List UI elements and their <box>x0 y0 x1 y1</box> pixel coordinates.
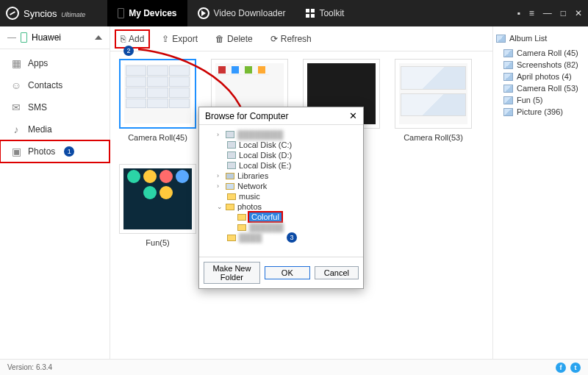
tab-toolkit[interactable]: Toolkit <box>295 0 354 26</box>
collapse-icon[interactable] <box>95 35 102 40</box>
folder-tree[interactable]: ›████████ Local Disk (C:) Local Disk (D:… <box>199 125 363 257</box>
device-selector[interactable]: — Huawei <box>0 26 110 49</box>
album-list-item[interactable]: Camera Roll (45) <box>496 47 585 59</box>
ok-button[interactable]: OK <box>265 266 310 279</box>
notify-icon[interactable]: ▪ <box>517 8 520 18</box>
dialog-titlebar: Browse for Computer ✕ <box>199 107 363 125</box>
play-icon <box>198 7 209 19</box>
album-list-item[interactable]: Screenshots (82) <box>496 59 585 71</box>
refresh-icon: ⟳ <box>270 34 278 44</box>
facebook-icon[interactable]: f <box>556 362 566 373</box>
tree-item-selected[interactable]: Colorful <box>204 212 359 222</box>
apps-icon: ▦ <box>10 57 22 69</box>
folder-icon <box>227 235 236 241</box>
picture-icon <box>496 35 506 43</box>
sidebar-item-media[interactable]: ♪ Media <box>0 118 110 140</box>
album-thumb[interactable]: Camera Roll(53) <box>395 59 472 142</box>
drive-icon <box>227 162 236 169</box>
minimize-button[interactable]: — <box>543 8 552 18</box>
folder-icon <box>237 214 246 221</box>
picture-icon <box>503 73 513 81</box>
make-new-folder-button[interactable]: Make New Folder <box>204 262 260 284</box>
album-list-item[interactable]: Fun (5) <box>496 94 585 106</box>
album-thumb[interactable]: Camera Roll(45) <box>119 59 196 142</box>
refresh-button[interactable]: ⟳ Refresh <box>266 31 316 47</box>
dialog-close-button[interactable]: ✕ <box>349 110 357 121</box>
step-badge-2: 2 <box>123 46 134 56</box>
media-icon: ♪ <box>10 124 22 135</box>
add-icon: ⎘ <box>121 34 126 44</box>
dialog-title: Browse for Computer <box>205 111 288 121</box>
album-list-item[interactable]: Camera Roll (53) <box>496 82 585 94</box>
export-icon: ⇪ <box>162 34 169 44</box>
app-title: Syncios Ultimate <box>24 8 85 19</box>
toolbar: ⎘ Add ⇪ Export 🗑 Delete ⟳ Refresh <box>110 26 492 51</box>
sms-icon: ✉ <box>10 101 22 113</box>
status-bar: Version: 6.3.4 f t <box>0 359 588 375</box>
folder-icon <box>227 193 236 200</box>
app-logo-icon <box>6 7 19 20</box>
picture-icon <box>503 85 513 93</box>
step-badge-1: 1 <box>64 146 74 157</box>
phone-icon <box>118 8 124 18</box>
sidebar-item-contacts[interactable]: ☺ Contacts <box>0 74 110 96</box>
twitter-icon[interactable]: t <box>570 362 581 373</box>
dialog-buttons: Make New Folder OK Cancel <box>199 257 363 288</box>
picture-icon <box>503 108 513 116</box>
device-name: Huawei <box>32 32 61 43</box>
close-button[interactable]: ✕ <box>575 8 582 18</box>
picture-icon <box>503 61 513 69</box>
maximize-button[interactable]: □ <box>561 8 566 18</box>
network-icon <box>226 183 234 190</box>
main-tabs: My Devices Video Downloader Toolkit <box>107 0 354 26</box>
album-list-header: Album List <box>496 34 585 43</box>
sidebar-item-sms[interactable]: ✉ SMS <box>0 96 110 118</box>
window-controls: ▪ ≡ — □ ✕ <box>517 8 582 18</box>
toolkit-icon <box>306 9 315 18</box>
cancel-button[interactable]: Cancel <box>315 266 359 279</box>
album-label: Camera Roll(53) <box>404 133 463 142</box>
delete-button[interactable]: 🗑 Delete <box>211 31 257 47</box>
album-list-item[interactable]: April photos (4) <box>496 71 585 82</box>
picture-icon <box>503 96 513 104</box>
album-list-panel: Album List Camera Roll (45) Screenshots … <box>492 26 588 359</box>
album-label: Fun(5) <box>146 238 169 247</box>
tab-my-devices[interactable]: My Devices <box>107 0 187 26</box>
sidebar: — Huawei ▦ Apps ☺ Contacts ✉ SMS ♪ Media <box>0 26 110 359</box>
album-thumb[interactable]: Fun(5) <box>119 164 196 247</box>
drive-icon <box>227 141 236 149</box>
export-button[interactable]: ⇪ Export <box>157 31 202 47</box>
tab-video-downloader[interactable]: Video Downloader <box>187 0 296 26</box>
folder-icon <box>237 224 246 231</box>
sidebar-item-apps[interactable]: ▦ Apps <box>0 52 110 74</box>
step-badge-3: 3 <box>287 232 297 243</box>
folder-icon <box>226 204 234 210</box>
add-button[interactable]: ⎘ Add <box>116 31 148 47</box>
photos-icon: ▣ <box>10 146 22 157</box>
drive-icon <box>227 151 236 159</box>
folder-icon <box>226 173 234 179</box>
phone-icon <box>21 32 27 43</box>
album-list-item[interactable]: Picture (396) <box>496 106 585 118</box>
titlebar: Syncios Ultimate My Devices Video Downlo… <box>0 0 588 26</box>
sidebar-item-photos[interactable]: ▣ Photos 1 <box>0 140 110 162</box>
version-label: Version: 6.3.4 <box>7 363 52 371</box>
trash-icon: 🗑 <box>215 34 224 44</box>
album-label: Camera Roll(45) <box>128 133 187 142</box>
contact-icon: ☺ <box>10 79 22 91</box>
browse-dialog: Browse for Computer ✕ ›████████ Local Di… <box>198 107 364 289</box>
picture-icon <box>503 49 513 57</box>
menu-icon[interactable]: ≡ <box>529 8 534 18</box>
